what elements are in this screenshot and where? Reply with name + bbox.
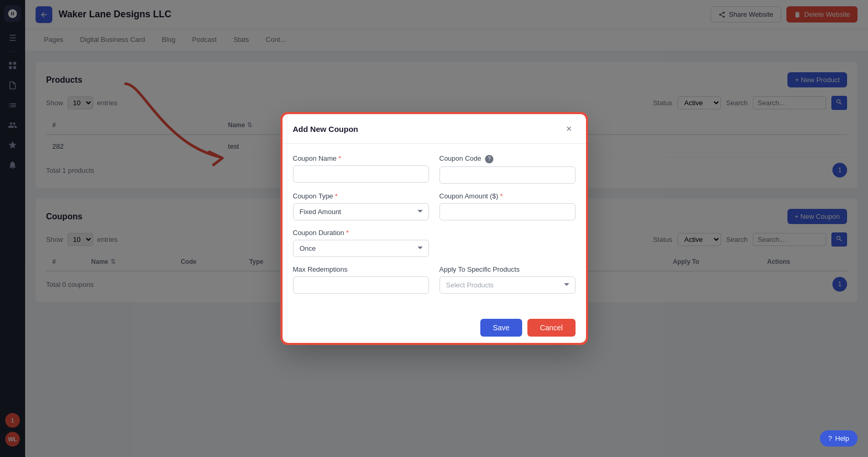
coupon-name-group: Coupon Name * — [293, 154, 429, 184]
form-row-4: Max Redemptions Apply To Specific Produc… — [293, 265, 576, 294]
coupon-code-info-icon: ? — [485, 155, 493, 163]
form-row-3: Coupon Duration * Once Repeating Forever — [293, 229, 576, 257]
modal-title: Add New Coupon — [293, 125, 358, 133]
help-icon: ? — [828, 434, 832, 442]
coupon-code-input[interactable] — [439, 166, 576, 184]
modal-footer: Save Cancel — [283, 313, 586, 343]
max-redemptions-label: Max Redemptions — [293, 265, 429, 273]
coupon-name-input[interactable] — [293, 165, 429, 183]
max-redemptions-input[interactable] — [293, 276, 429, 294]
apply-products-label: Apply To Specific Products — [439, 265, 576, 273]
coupon-code-label: Coupon Code ? — [439, 154, 576, 163]
help-label: Help — [835, 434, 849, 442]
cancel-button[interactable]: Cancel — [527, 319, 576, 337]
max-redemptions-group: Max Redemptions — [293, 265, 429, 294]
coupon-amount-input[interactable] — [439, 203, 576, 220]
coupon-name-label: Coupon Name * — [293, 154, 429, 162]
save-button[interactable]: Save — [480, 319, 522, 337]
modal-close-button[interactable]: × — [563, 122, 576, 135]
coupon-type-group: Coupon Type * Fixed Amount Percentage — [293, 192, 429, 220]
form-row-1: Coupon Name * Coupon Code ? — [293, 154, 576, 184]
form-row-2: Coupon Type * Fixed Amount Percentage Co… — [293, 192, 576, 220]
coupon-code-group: Coupon Code ? — [439, 154, 576, 184]
select-products-select[interactable]: Select Products — [439, 276, 576, 294]
coupon-duration-group: Coupon Duration * Once Repeating Forever — [293, 229, 429, 257]
coupon-duration-select[interactable]: Once Repeating Forever — [293, 240, 429, 257]
coupon-amount-group: Coupon Amount ($) * — [439, 192, 576, 220]
help-button[interactable]: ? Help — [820, 430, 858, 447]
modal-overlay: Add New Coupon × Coupon Name * Coupon Co… — [0, 0, 868, 457]
add-coupon-modal: Add New Coupon × Coupon Name * Coupon Co… — [283, 114, 586, 343]
apply-products-group: Apply To Specific Products Select Produc… — [439, 265, 576, 294]
coupon-duration-label: Coupon Duration * — [293, 229, 429, 237]
modal-header: Add New Coupon × — [283, 114, 586, 144]
coupon-type-label: Coupon Type * — [293, 192, 429, 200]
coupon-type-select[interactable]: Fixed Amount Percentage — [293, 203, 429, 220]
coupon-amount-label: Coupon Amount ($) * — [439, 192, 576, 200]
modal-body: Coupon Name * Coupon Code ? Coupon Type — [283, 144, 586, 313]
